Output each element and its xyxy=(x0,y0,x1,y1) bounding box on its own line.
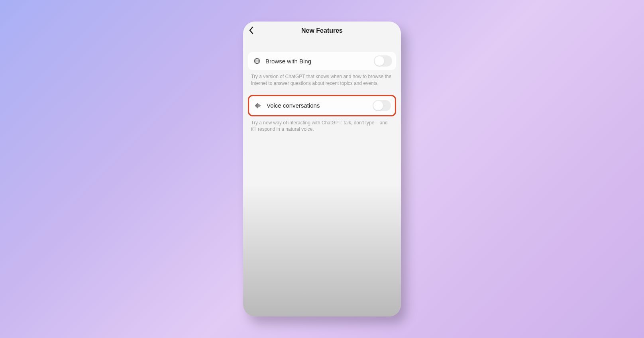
feature-browse-bing: Browse with Bing Try a version of ChatGP… xyxy=(248,52,396,87)
feature-row[interactable]: Voice conversations xyxy=(248,95,396,116)
toggle-browse-bing[interactable] xyxy=(374,55,392,67)
back-button[interactable] xyxy=(249,26,254,36)
page-title: New Features xyxy=(301,27,343,34)
phone-frame: New Features Browse with Bing Try a vers… xyxy=(243,22,401,316)
globe-icon xyxy=(253,57,261,65)
header: New Features xyxy=(243,22,401,40)
feature-description: Try a new way of interacting with ChatGP… xyxy=(248,116,396,133)
toggle-voice-conversations[interactable] xyxy=(373,100,391,111)
feature-label: Voice conversations xyxy=(267,102,373,109)
feature-label: Browse with Bing xyxy=(265,58,374,65)
sound-wave-icon xyxy=(254,102,263,109)
feature-row[interactable]: Browse with Bing xyxy=(248,52,396,70)
feature-voice-conversations: Voice conversations Try a new way of int… xyxy=(248,95,396,133)
content: Browse with Bing Try a version of ChatGP… xyxy=(243,40,401,133)
chevron-left-icon xyxy=(249,26,254,34)
feature-description: Try a version of ChatGPT that knows when… xyxy=(248,70,396,87)
